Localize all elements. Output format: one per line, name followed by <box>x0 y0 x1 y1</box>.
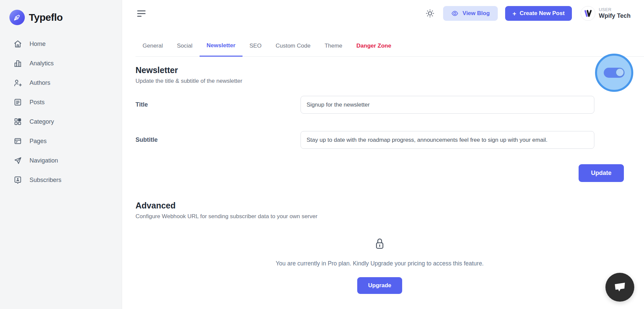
home-icon <box>13 40 22 48</box>
avatar <box>581 6 595 21</box>
title-form-row: Title <box>136 96 624 114</box>
advanced-section-title: Advanced <box>136 201 624 210</box>
chat-bubble-icon <box>613 281 627 294</box>
sidebar-item-pages[interactable]: Pages <box>0 131 122 151</box>
grid-squares-icon <box>13 117 22 126</box>
tab-seo[interactable]: SEO <box>243 35 269 56</box>
sidebar-item-posts[interactable]: Posts <box>0 92 122 112</box>
browser-window-icon <box>13 137 22 145</box>
tab-general[interactable]: General <box>136 35 170 56</box>
advanced-section-description: Configure Webhook URL for sending subscr… <box>136 213 624 220</box>
newsletter-section-description: Update the title & subtitle of the newsl… <box>136 78 624 84</box>
create-new-post-button[interactable]: + Create New Post <box>505 6 572 21</box>
tab-theme[interactable]: Theme <box>318 35 350 56</box>
newsletter-enabled-toggle[interactable] <box>604 68 625 78</box>
sidebar-item-label: Subscribers <box>30 177 61 184</box>
sidebar-item-navigation[interactable]: Navigation <box>0 151 122 170</box>
sun-icon[interactable] <box>424 8 436 19</box>
sidebar-nav: Home Analytics Authors Posts Category <box>0 34 122 190</box>
lock-icon <box>372 236 387 253</box>
upgrade-button[interactable]: Upgrade <box>357 277 402 294</box>
sidebar-item-home[interactable]: Home <box>0 34 122 54</box>
tab-newsletter[interactable]: Newsletter <box>200 35 243 57</box>
sidebar-item-authors[interactable]: Authors <box>0 73 122 92</box>
sidebar-item-label: Category <box>30 118 54 125</box>
user-role: USER <box>599 7 631 12</box>
sidebar-item-category[interactable]: Category <box>0 112 122 131</box>
main-area: View Blog + Create New Post USER Wpify T… <box>122 0 644 309</box>
advanced-section-header: Advanced Configure Webhook URL for sendi… <box>136 201 624 220</box>
newsletter-subtitle-input[interactable] <box>301 131 594 149</box>
bar-chart-icon <box>13 59 22 68</box>
tab-custom-code[interactable]: Custom Code <box>269 35 318 56</box>
user-plus-icon <box>13 78 22 87</box>
app-title: Typeflo <box>29 12 63 23</box>
sidebar: Typeflo Home Analytics Authors Posts <box>0 0 122 309</box>
newsletter-section-header: Newsletter Update the title & subtitle o… <box>136 65 624 84</box>
click-highlight-circle <box>595 54 633 92</box>
create-new-post-label: Create New Post <box>520 10 565 17</box>
sidebar-item-label: Navigation <box>30 157 58 164</box>
sidebar-item-analytics[interactable]: Analytics <box>0 54 122 73</box>
sidebar-item-subscribers[interactable]: Subscribers <box>0 170 122 190</box>
newsletter-section-title: Newsletter <box>136 65 624 75</box>
app-logo[interactable]: Typeflo <box>0 7 122 27</box>
view-blog-button[interactable]: View Blog <box>443 6 498 21</box>
sidebar-item-label: Home <box>30 41 46 48</box>
chat-widget-button[interactable] <box>605 273 634 302</box>
toggle-knob <box>615 68 624 77</box>
plus-icon: + <box>513 10 516 17</box>
pen-nib-icon <box>9 10 25 25</box>
topbar: View Blog + Create New Post USER Wpify T… <box>122 0 644 27</box>
tab-social[interactable]: Social <box>170 35 199 56</box>
subtitle-label: Subtitle <box>136 136 301 143</box>
user-name: Wpify Tech <box>599 12 631 20</box>
settings-content: General Social Newsletter SEO Custom Cod… <box>122 27 644 309</box>
locked-message: You are currently in Pro plan. Kindly Up… <box>276 260 484 267</box>
update-button[interactable]: Update <box>579 164 624 182</box>
title-label: Title <box>136 101 301 108</box>
subtitle-form-row: Subtitle <box>136 131 624 149</box>
sidebar-item-label: Posts <box>30 99 45 106</box>
settings-tabs: General Social Newsletter SEO Custom Cod… <box>136 35 644 57</box>
eye-icon <box>451 10 459 17</box>
paper-plane-icon <box>13 156 22 165</box>
view-blog-label: View Blog <box>463 10 490 17</box>
document-lines-icon <box>13 98 22 107</box>
tab-danger-zone[interactable]: Danger Zone <box>350 35 398 56</box>
contact-card-icon <box>13 176 22 184</box>
hamburger-icon[interactable] <box>136 9 147 18</box>
sidebar-item-label: Pages <box>30 138 47 145</box>
user-menu[interactable]: USER Wpify Tech <box>581 6 631 21</box>
sidebar-item-label: Analytics <box>30 60 54 67</box>
sidebar-item-label: Authors <box>30 79 50 86</box>
locked-feature-area: You are currently in Pro plan. Kindly Up… <box>136 220 624 294</box>
newsletter-title-input[interactable] <box>301 96 594 114</box>
